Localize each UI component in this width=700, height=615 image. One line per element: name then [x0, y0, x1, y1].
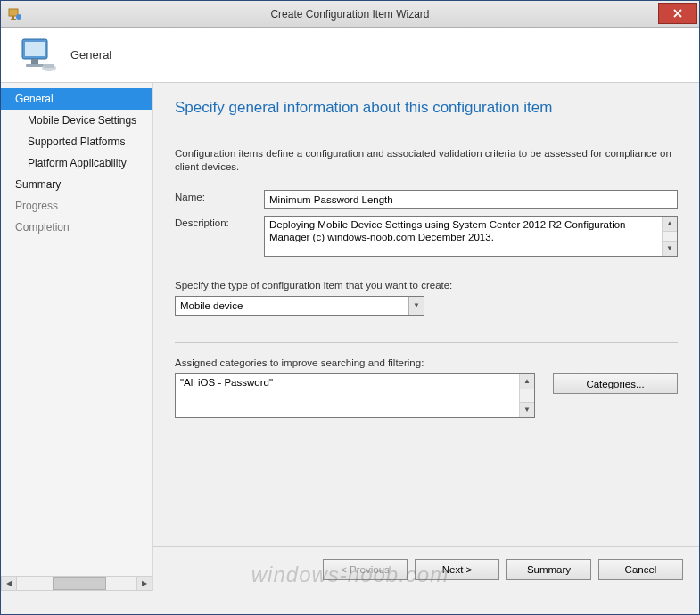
sidebar: General Mobile Device Settings Supported…: [1, 83, 152, 591]
header-label: General: [70, 48, 111, 62]
vscroll-up-button[interactable]: ▲: [663, 217, 677, 232]
categories-label: Assigned categories to improve searching…: [175, 357, 678, 368]
description-textarea[interactable]: Deploying Mobile Device Settings using S…: [264, 216, 678, 257]
hscroll-thumb[interactable]: [53, 577, 106, 590]
button-row: < Previous Next > Summary Cancel: [153, 546, 699, 591]
type-dropdown-button[interactable]: ▼: [408, 297, 424, 315]
next-button[interactable]: Next >: [415, 559, 499, 580]
app-icon: [8, 7, 22, 21]
computer-icon: [17, 34, 60, 77]
name-input[interactable]: [264, 190, 678, 209]
svg-point-3: [16, 14, 21, 20]
chevron-up-icon: ▲: [666, 220, 673, 227]
description-vscroll[interactable]: ▲ ▼: [662, 217, 677, 256]
chevron-down-icon: ▼: [666, 245, 673, 252]
svg-rect-0: [9, 9, 18, 16]
header-band: General: [1, 28, 699, 83]
vscroll-down-button[interactable]: ▼: [520, 402, 534, 417]
categories-vscroll[interactable]: ▲ ▼: [519, 374, 534, 417]
description-label: Description:: [175, 216, 264, 257]
categories-button[interactable]: Categories...: [553, 373, 678, 394]
svg-rect-5: [25, 42, 45, 56]
step-general[interactable]: General: [1, 88, 152, 110]
step-completion: Completion: [1, 217, 152, 238]
step-summary[interactable]: Summary: [1, 174, 152, 195]
type-value: Mobile device: [176, 300, 408, 311]
wizard-window: Create Configuration Item Wizard General…: [0, 0, 700, 615]
description-value[interactable]: Deploying Mobile Device Settings using S…: [265, 217, 662, 256]
main-panel: Specify general information about this c…: [152, 83, 699, 591]
step-platform-applicability[interactable]: Platform Applicability: [1, 152, 152, 174]
name-label: Name:: [175, 190, 264, 209]
step-supported-platforms[interactable]: Supported Platforms: [1, 131, 152, 152]
chevron-right-icon: ▶: [142, 580, 147, 587]
categories-value: "All iOS - Password": [176, 374, 519, 417]
chevron-down-icon: ▼: [413, 302, 420, 309]
svg-rect-6: [31, 59, 38, 64]
close-button[interactable]: [658, 3, 697, 24]
categories-listbox[interactable]: "All iOS - Password" ▲ ▼: [175, 373, 535, 418]
window-title: Create Configuration Item Wizard: [1, 8, 699, 20]
page-title: Specify general information about this c…: [175, 99, 678, 117]
hscroll-right-button[interactable]: ▶: [136, 577, 152, 590]
categories-row: "All iOS - Password" ▲ ▼ Categories...: [175, 373, 678, 418]
svg-rect-9: [44, 64, 54, 68]
type-label: Specify the type of configuration item t…: [175, 280, 678, 291]
chevron-down-icon: ▼: [523, 406, 531, 414]
body: General Mobile Device Settings Supported…: [1, 83, 699, 591]
description-row: Description: Deploying Mobile Device Set…: [175, 216, 678, 257]
summary-button[interactable]: Summary: [506, 559, 591, 580]
close-icon: [673, 9, 682, 18]
vscroll-up-button[interactable]: ▲: [520, 374, 534, 390]
chevron-up-icon: ▲: [523, 378, 531, 385]
intro-text: Configuration items define a configurati…: [175, 147, 678, 174]
chevron-left-icon: ◀: [6, 580, 12, 587]
hscroll-track[interactable]: [17, 577, 136, 590]
separator: [175, 342, 678, 343]
vscroll-down-button[interactable]: ▼: [663, 241, 677, 256]
name-row: Name:: [175, 190, 678, 209]
svg-rect-2: [11, 19, 16, 20]
step-mobile-device-settings[interactable]: Mobile Device Settings: [1, 110, 152, 131]
svg-rect-7: [26, 64, 44, 67]
previous-button: < Previous: [323, 559, 408, 580]
type-select[interactable]: Mobile device ▼: [175, 296, 424, 316]
hscroll-left-button[interactable]: ◀: [2, 577, 17, 590]
step-progress: Progress: [1, 195, 152, 217]
sidebar-hscroll[interactable]: ◀ ▶: [1, 576, 152, 591]
svg-rect-1: [12, 16, 14, 19]
sidebar-steps: General Mobile Device Settings Supported…: [1, 83, 152, 238]
cancel-button[interactable]: Cancel: [598, 559, 683, 580]
titlebar: Create Configuration Item Wizard: [1, 1, 699, 28]
